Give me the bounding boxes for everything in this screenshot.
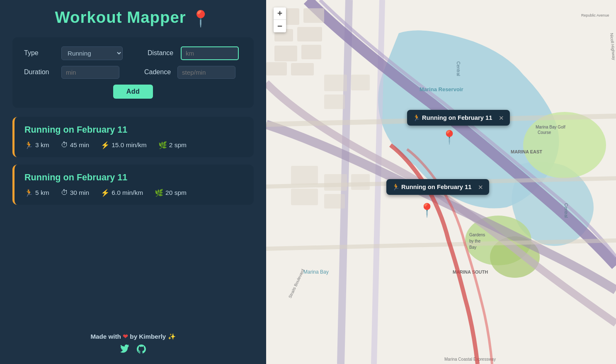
app-title-text: Workout Mapper bbox=[55, 8, 186, 26]
svg-rect-17 bbox=[291, 63, 314, 75]
sparkle-icon: ✨ bbox=[168, 333, 176, 340]
svg-text:Marina Reservoir: Marina Reservoir bbox=[420, 86, 463, 92]
svg-rect-24 bbox=[291, 166, 318, 184]
svg-text:Republic Avenue: Republic Avenue bbox=[581, 13, 609, 17]
svg-text:Central: Central bbox=[456, 61, 461, 76]
svg-text:Bay: Bay bbox=[469, 245, 476, 250]
map-zoom-controls: + − bbox=[274, 7, 286, 32]
zoom-in-button[interactable]: + bbox=[274, 7, 286, 20]
popup-label-1: 🏃 Running on February 11 bbox=[413, 114, 492, 121]
svg-rect-15 bbox=[301, 45, 321, 59]
stat-pace-2: ⚡ 6.0 min/km bbox=[101, 189, 143, 197]
pin-icon: 📍 bbox=[191, 10, 211, 27]
github-icon[interactable] bbox=[137, 345, 146, 356]
cadence-value-1: 2 spm bbox=[169, 141, 187, 149]
svg-text:Gardens: Gardens bbox=[469, 233, 485, 237]
cadence-input[interactable] bbox=[177, 66, 235, 79]
cadence-icon-2: 🌿 bbox=[155, 189, 163, 197]
distance-icon-1: 🏃 bbox=[24, 141, 33, 150]
footer-text: Made with ❤ by Kimberly ✨ bbox=[90, 333, 175, 340]
duration-label: Duration bbox=[24, 68, 61, 76]
stat-pace-1: ⚡ 15.0 min/km bbox=[101, 141, 147, 150]
svg-rect-14 bbox=[274, 46, 297, 61]
svg-text:Course: Course bbox=[538, 130, 551, 135]
form-row-type: Type Running Cycling Walking Swimming Di… bbox=[24, 46, 242, 60]
left-panel: Workout Mapper 📍 Type Running Cycling Wa… bbox=[0, 0, 266, 364]
stat-distance-2: 🏃 5 km bbox=[24, 189, 49, 197]
svg-rect-11 bbox=[303, 8, 324, 23]
distance-value-2: 5 km bbox=[35, 189, 49, 197]
map-popup-1[interactable]: 🏃 Running on February 11 ✕ bbox=[407, 110, 510, 126]
popup-close-2[interactable]: ✕ bbox=[478, 184, 483, 191]
cadence-icon-1: 🌿 bbox=[158, 141, 167, 150]
svg-text:by the: by the bbox=[469, 239, 481, 243]
cadence-label: Cadence bbox=[144, 68, 177, 76]
footer-prefix: Made with bbox=[90, 333, 121, 340]
svg-rect-16 bbox=[266, 62, 287, 75]
pace-icon-1: ⚡ bbox=[101, 141, 109, 150]
pace-value-1: 15.0 min/km bbox=[112, 141, 147, 149]
heart-icon: ❤ bbox=[123, 333, 130, 340]
workout-card-1[interactable]: Running on February 11 🏃 3 km ⏱ 45 min ⚡… bbox=[12, 117, 254, 157]
svg-rect-20 bbox=[324, 95, 345, 109]
cadence-value-2: 20 spm bbox=[165, 189, 187, 197]
duration-value-2: 30 min bbox=[70, 189, 90, 197]
svg-rect-18 bbox=[324, 75, 347, 91]
stat-duration-2: ⏱ 30 min bbox=[61, 189, 90, 197]
svg-point-4 bbox=[523, 112, 606, 178]
stat-cadence-2: 🌿 20 spm bbox=[155, 189, 187, 197]
duration-icon-2: ⏱ bbox=[61, 189, 68, 197]
distance-label: Distance bbox=[148, 49, 181, 57]
zoom-out-button[interactable]: − bbox=[274, 20, 286, 32]
stat-distance-1: 🏃 3 km bbox=[24, 141, 49, 150]
duration-value-1: 45 min bbox=[70, 141, 90, 149]
svg-text:MARINA EAST: MARINA EAST bbox=[511, 149, 542, 154]
stat-duration-1: ⏱ 45 min bbox=[61, 141, 90, 150]
map-panel: Nicoll Highway Republic Avenue Marina Co… bbox=[266, 0, 616, 364]
workout-title-2: Running on February 11 bbox=[24, 172, 244, 183]
pace-value-2: 6.0 min/km bbox=[112, 189, 143, 197]
svg-rect-13 bbox=[297, 27, 322, 41]
workout-card-2[interactable]: Running on February 11 🏃 5 km ⏱ 30 min ⚡… bbox=[12, 165, 254, 205]
svg-text:Marina Bay: Marina Bay bbox=[303, 269, 329, 275]
map-popup-2[interactable]: 🏃 Running on February 11 ✕ bbox=[386, 179, 489, 195]
form-row-duration: Duration Cadence bbox=[24, 66, 242, 79]
workout-stats-1: 🏃 3 km ⏱ 45 min ⚡ 15.0 min/km 🌿 2 spm bbox=[24, 141, 244, 150]
distance-icon-2: 🏃 bbox=[24, 189, 33, 197]
app-title: Workout Mapper 📍 bbox=[12, 8, 254, 28]
distance-value-1: 3 km bbox=[35, 141, 49, 149]
duration-input[interactable] bbox=[61, 66, 119, 79]
type-select[interactable]: Running Cycling Walking Swimming bbox=[61, 46, 123, 60]
svg-text:Marina Coastal Expressway: Marina Coastal Expressway bbox=[444, 357, 496, 362]
svg-rect-25 bbox=[291, 189, 318, 205]
distance-input[interactable] bbox=[181, 46, 239, 60]
type-label: Type bbox=[24, 49, 61, 57]
twitter-icon[interactable] bbox=[120, 345, 129, 356]
svg-rect-23 bbox=[324, 194, 345, 209]
popup-label-2: 🏃 Running on February 11 bbox=[392, 183, 471, 191]
workout-title-1: Running on February 11 bbox=[24, 124, 244, 135]
map-pin-1[interactable]: 📍 bbox=[441, 129, 458, 145]
map-pin-2[interactable]: 📍 bbox=[419, 202, 435, 218]
svg-rect-21 bbox=[324, 174, 347, 191]
footer: Made with ❤ by Kimberly ✨ bbox=[12, 325, 254, 356]
cadence-group: Cadence bbox=[144, 66, 235, 79]
footer-author: by Kimberly bbox=[130, 333, 166, 340]
add-btn-row: Add bbox=[24, 85, 242, 99]
popup-close-1[interactable]: ✕ bbox=[499, 114, 504, 121]
form-card: Type Running Cycling Walking Swimming Di… bbox=[12, 37, 254, 108]
workout-stats-2: 🏃 5 km ⏱ 30 min ⚡ 6.0 min/km 🌿 20 spm bbox=[24, 189, 244, 197]
pace-icon-2: ⚡ bbox=[101, 189, 109, 197]
distance-group: Distance bbox=[148, 46, 239, 60]
footer-icons bbox=[12, 345, 254, 356]
svg-rect-19 bbox=[351, 75, 370, 90]
svg-text:Central: Central bbox=[564, 203, 569, 218]
svg-rect-22 bbox=[351, 174, 370, 190]
duration-icon-1: ⏱ bbox=[61, 141, 68, 149]
add-button[interactable]: Add bbox=[113, 85, 153, 99]
svg-text:Marina Bay Golf: Marina Bay Golf bbox=[536, 125, 565, 129]
stat-cadence-1: 🌿 2 spm bbox=[158, 141, 187, 150]
